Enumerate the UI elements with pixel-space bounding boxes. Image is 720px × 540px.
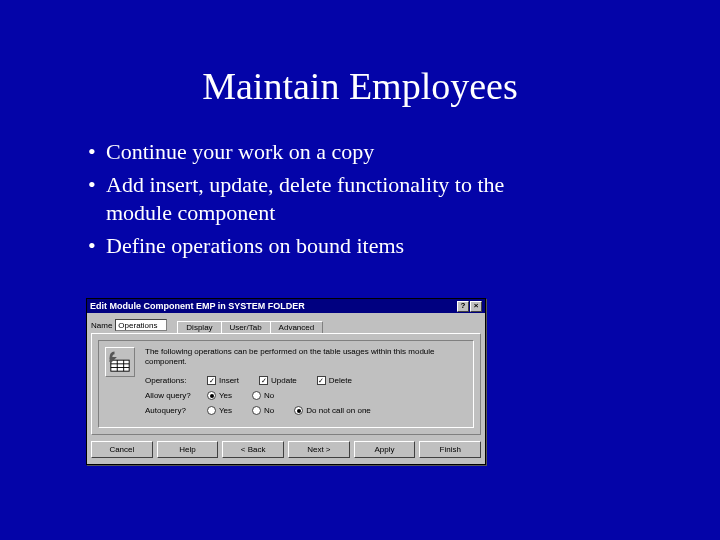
table-icon — [105, 347, 135, 377]
autoquery-label: Autoquery? — [145, 406, 207, 415]
auto-yes-label: Yes — [219, 406, 232, 415]
back-button[interactable]: < Back — [222, 441, 284, 458]
cancel-button[interactable]: Cancel — [91, 441, 153, 458]
panel-inner: The following operations can be performe… — [98, 340, 474, 428]
button-row: Cancel Help < Back Next > Apply Finish — [87, 439, 485, 464]
name-and-tabs-row: Name Display User/Tab Advanced — [91, 317, 481, 333]
panel: The following operations can be performe… — [91, 333, 481, 435]
auto-default-label: Do not call on one — [306, 406, 371, 415]
update-checkbox[interactable]: ✓Update — [259, 376, 297, 385]
name-input[interactable] — [115, 319, 167, 331]
auto-default-radio[interactable]: Do not call on one — [294, 406, 371, 415]
next-button[interactable]: Next > — [288, 441, 350, 458]
insert-checkbox[interactable]: ✓Insert — [207, 376, 239, 385]
edit-module-dialog: Edit Module Component EMP in SYSTEM FOLD… — [86, 298, 486, 465]
slide-title: Maintain Employees — [0, 64, 720, 108]
autoquery-row: Autoquery? Yes No Do not call on one — [145, 406, 467, 415]
bullet-item: Continue your work on a copy — [88, 138, 568, 167]
auto-no-label: No — [264, 406, 274, 415]
panel-body: The following operations can be performe… — [145, 347, 467, 421]
operations-label: Operations: — [145, 376, 207, 385]
insert-label: Insert — [219, 376, 239, 385]
help-icon[interactable]: ? — [457, 301, 469, 312]
auto-yes-radio[interactable]: Yes — [207, 406, 232, 415]
titlebar-text: Edit Module Component EMP in SYSTEM FOLD… — [90, 301, 456, 311]
tab-advanced[interactable]: Advanced — [270, 321, 324, 333]
tab-display[interactable]: Display — [177, 321, 221, 333]
panel-description: The following operations can be performe… — [145, 347, 467, 366]
allow-yes-radio[interactable]: Yes — [207, 391, 232, 400]
close-icon[interactable]: × — [470, 301, 482, 312]
name-label: Name — [91, 321, 112, 330]
delete-label: Delete — [329, 376, 352, 385]
finish-button[interactable]: Finish — [419, 441, 481, 458]
allow-no-label: No — [264, 391, 274, 400]
delete-checkbox[interactable]: ✓Delete — [317, 376, 352, 385]
bullet-item: Define operations on bound items — [88, 232, 568, 261]
bullet-list: Continue your work on a copy Add insert,… — [88, 138, 568, 260]
arrow-table-icon — [109, 351, 131, 373]
bullet-item: Add insert, update, delete functionality… — [88, 171, 568, 228]
auto-no-radio[interactable]: No — [252, 406, 274, 415]
svg-rect-0 — [111, 360, 129, 371]
operations-row: Operations: ✓Insert ✓Update ✓Delete — [145, 376, 467, 385]
tab-strip: Display User/Tab Advanced — [177, 321, 322, 333]
titlebar: Edit Module Component EMP in SYSTEM FOLD… — [87, 299, 485, 313]
allow-query-label: Allow query? — [145, 391, 207, 400]
allow-no-radio[interactable]: No — [252, 391, 274, 400]
help-button[interactable]: Help — [157, 441, 219, 458]
allow-yes-label: Yes — [219, 391, 232, 400]
update-label: Update — [271, 376, 297, 385]
allow-query-row: Allow query? Yes No — [145, 391, 467, 400]
tab-usertab[interactable]: User/Tab — [221, 321, 271, 333]
apply-button[interactable]: Apply — [354, 441, 416, 458]
